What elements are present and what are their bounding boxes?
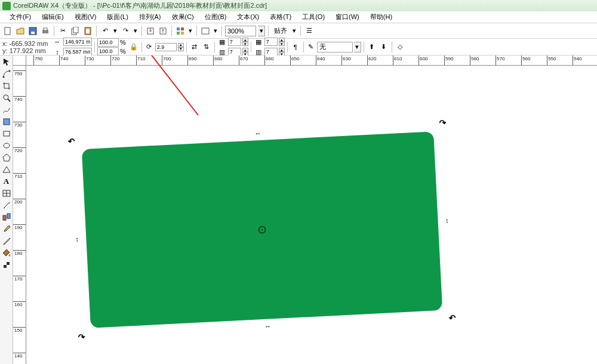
to-front-icon[interactable]: ⬆ (367, 42, 377, 53)
menu-window[interactable]: 窗口(W) (331, 11, 364, 23)
spinner[interactable]: ▲▼ (242, 48, 248, 56)
text-tool-icon[interactable]: A (1, 176, 12, 187)
welcome-icon[interactable] (200, 26, 211, 36)
undo-icon[interactable]: ↶ (100, 26, 110, 36)
menu-view[interactable]: 视图(V) (70, 11, 101, 23)
new-icon[interactable] (2, 26, 13, 36)
menu-bar: 文件(F) 编辑(E) 视图(V) 版面(L) 排列(A) 效果(C) 位图(B… (0, 11, 597, 23)
save-icon[interactable] (27, 26, 38, 36)
copy-icon[interactable] (70, 26, 81, 36)
svg-point-22 (4, 143, 10, 148)
menu-text[interactable]: 文本(X) (232, 11, 264, 23)
selected-shape[interactable]: ↶ ↷ ↷ ↶ ↔ ↔ ↕ ↕ (82, 131, 442, 328)
rows-a-input[interactable] (228, 38, 241, 46)
spinner[interactable]: ▲▼ (279, 48, 285, 56)
skew-handle-right[interactable]: ↕ (445, 218, 449, 222)
rows-b-input[interactable] (264, 38, 278, 46)
table-tool-icon[interactable] (1, 188, 12, 199)
blend-tool-icon[interactable] (1, 212, 12, 223)
spinner[interactable]: ▲▼ (242, 38, 248, 46)
dimension-tool-icon[interactable] (1, 200, 12, 211)
launcher-dropdown-icon[interactable]: ▾ (187, 26, 193, 36)
app-launcher-icon[interactable] (175, 26, 186, 36)
menu-effects[interactable]: 效果(C) (167, 11, 199, 23)
spinner[interactable]: ▲▼ (279, 38, 285, 46)
separator (251, 42, 251, 53)
outline-width-input[interactable]: 无 (317, 42, 353, 53)
skew-handle-top[interactable]: ↔ (254, 129, 260, 137)
rotation-input[interactable] (155, 43, 177, 51)
snap-label[interactable]: 贴齐 (272, 26, 290, 35)
cols-b-input[interactable] (264, 48, 278, 56)
mirror-h-icon[interactable]: ⇄ (189, 42, 200, 53)
zoom-dropdown-icon[interactable]: ▾ (258, 26, 265, 36)
cols-a-input[interactable] (228, 48, 241, 56)
lock-ratio-icon[interactable]: 🔒 (128, 42, 139, 53)
svg-point-18 (4, 95, 8, 100)
options-icon[interactable]: ☰ (304, 26, 315, 36)
outline-tool-icon[interactable] (1, 236, 12, 246)
ruler-vertical[interactable]: 750740730720710200190180170160150140130 (13, 66, 26, 364)
zoom-input[interactable]: 300% (225, 26, 256, 36)
redo-icon[interactable]: ↷ (120, 26, 131, 36)
skew-handle-left[interactable]: ↕ (75, 237, 79, 241)
open-icon[interactable] (15, 26, 26, 36)
menu-tools[interactable]: 工具(O) (297, 11, 330, 23)
cut-icon[interactable]: ✂ (57, 26, 68, 36)
rotate-handle-br[interactable]: ↶ (449, 313, 457, 323)
menu-file[interactable]: 文件(F) (5, 11, 36, 23)
snap-dropdown-icon[interactable]: ▾ (291, 26, 297, 36)
ruler-horizontal[interactable]: 7507407307207107006906806706606506406306… (26, 55, 597, 66)
polygon-tool-icon[interactable] (1, 152, 12, 163)
pick-tool-icon[interactable] (1, 57, 12, 67)
basic-shapes-icon[interactable] (1, 164, 12, 175)
rotate-handle-bl[interactable]: ↷ (78, 332, 85, 342)
export-icon[interactable] (158, 26, 168, 36)
rows-icon: ▦ (254, 37, 263, 47)
rotate-handle-tl[interactable]: ↶ (68, 137, 76, 147)
app-icon (2, 2, 11, 10)
menu-help[interactable]: 帮助(H) (365, 11, 397, 23)
menu-table[interactable]: 表格(T) (265, 11, 296, 23)
ruler-origin[interactable] (13, 55, 26, 66)
workspace: A 75074073072071070069068067066065064063… (0, 55, 597, 364)
convert-curves-icon[interactable]: ◇ (395, 42, 405, 53)
rotation-spinner[interactable]: ▲▼ (178, 43, 184, 51)
wrap-text-icon[interactable]: ¶ (290, 42, 301, 53)
separator (364, 42, 364, 53)
print-icon[interactable] (40, 26, 51, 36)
redo-dropdown-icon[interactable]: ▾ (133, 26, 139, 36)
import-icon[interactable] (145, 26, 156, 36)
canvas[interactable]: ↶ ↷ ↷ ↶ ↔ ↔ ↕ ↕ (26, 66, 597, 364)
separator (303, 42, 304, 53)
rectangle-tool-icon[interactable] (1, 128, 12, 139)
separator (392, 42, 392, 53)
eyedropper-icon[interactable] (1, 224, 12, 235)
ellipse-tool-icon[interactable] (1, 140, 12, 151)
height-input[interactable] (63, 48, 92, 56)
zoom-tool-icon[interactable] (1, 92, 12, 103)
to-back-icon[interactable]: ⬇ (378, 42, 389, 53)
menu-edit[interactable]: 编辑(E) (37, 11, 69, 23)
interactive-fill-icon[interactable] (1, 260, 12, 270)
menu-layout[interactable]: 版面(L) (102, 11, 133, 23)
skew-handle-bottom[interactable]: ↔ (264, 323, 270, 330)
undo-dropdown-icon[interactable]: ▾ (112, 26, 118, 36)
shape-tool-icon[interactable] (1, 69, 12, 79)
mirror-v-icon[interactable]: ⇅ (201, 42, 212, 53)
smart-fill-icon[interactable] (1, 116, 12, 127)
rotate-handle-tr[interactable]: ↷ (439, 118, 447, 128)
scale-y-input[interactable] (97, 47, 119, 55)
freehand-tool-icon[interactable] (1, 104, 12, 115)
welcome-dropdown-icon[interactable]: ▾ (213, 26, 219, 36)
fill-tool-icon[interactable] (1, 248, 12, 258)
outline-dropdown-icon[interactable]: ▾ (354, 42, 361, 53)
width-input[interactable] (63, 38, 92, 46)
crop-tool-icon[interactable] (1, 81, 12, 91)
scale-x-input[interactable] (97, 38, 119, 47)
menu-bitmap[interactable]: 位图(B) (200, 11, 232, 23)
svg-rect-6 (73, 27, 78, 33)
paste-icon[interactable] (82, 26, 93, 36)
menu-arrange[interactable]: 排列(A) (134, 11, 166, 23)
svg-rect-14 (181, 32, 184, 35)
